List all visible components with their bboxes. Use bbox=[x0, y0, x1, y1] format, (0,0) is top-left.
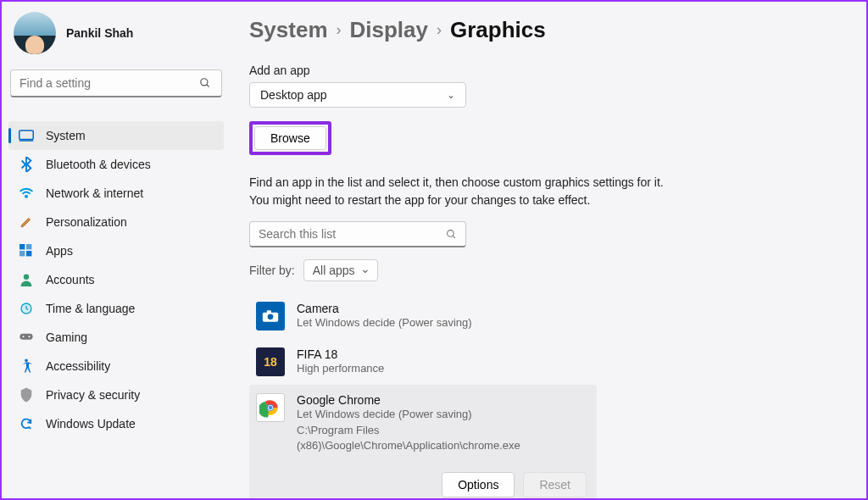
breadcrumb: System › Display › Graphics bbox=[249, 17, 832, 43]
nav-accessibility[interactable]: Accessibility bbox=[8, 352, 224, 381]
clock-icon bbox=[19, 301, 34, 316]
nav-label: Windows Update bbox=[46, 417, 136, 431]
svg-rect-2 bbox=[19, 131, 34, 140]
apps-icon bbox=[19, 243, 34, 258]
app-type-dropdown[interactable]: Desktop app ⌄ bbox=[249, 82, 466, 108]
search-icon bbox=[446, 229, 457, 240]
nav-label: Bluetooth & devices bbox=[46, 158, 151, 171]
app-path: C:\Program Files (x86)\Google\Chrome\App… bbox=[297, 423, 590, 453]
svg-rect-18 bbox=[267, 310, 271, 313]
svg-point-4 bbox=[25, 196, 27, 197]
nav-network[interactable]: Network & internet bbox=[8, 179, 224, 208]
breadcrumb-current: Graphics bbox=[450, 17, 546, 43]
filter-dropdown[interactable]: All apps bbox=[303, 259, 378, 281]
app-preference: High performance bbox=[297, 361, 590, 376]
nav-personalization[interactable]: Personalization bbox=[8, 208, 224, 236]
list-search-input[interactable] bbox=[259, 227, 446, 241]
nav-windows-update[interactable]: Windows Update bbox=[8, 409, 224, 438]
svg-point-19 bbox=[268, 314, 274, 320]
nav-list: System Bluetooth & devices Network & int… bbox=[8, 121, 224, 438]
search-icon bbox=[198, 75, 213, 91]
svg-point-14 bbox=[25, 358, 28, 362]
settings-search[interactable] bbox=[10, 69, 222, 97]
wifi-icon bbox=[19, 186, 34, 201]
nav-time-language[interactable]: Time & language bbox=[8, 294, 224, 323]
filter-label: Filter by: bbox=[249, 264, 295, 277]
app-name: FIFA 18 bbox=[297, 347, 590, 361]
accessibility-icon bbox=[19, 358, 34, 374]
gamepad-icon bbox=[19, 330, 34, 345]
fifa18-icon: 18 bbox=[256, 347, 285, 376]
svg-rect-7 bbox=[19, 251, 25, 256]
update-icon bbox=[19, 416, 34, 431]
chrome-icon bbox=[256, 393, 285, 422]
svg-point-12 bbox=[23, 336, 25, 337]
svg-rect-6 bbox=[26, 244, 31, 249]
svg-rect-11 bbox=[19, 334, 32, 340]
nav-privacy[interactable]: Privacy & security bbox=[8, 381, 224, 409]
app-name: Camera bbox=[297, 302, 590, 315]
search-input[interactable] bbox=[19, 76, 198, 90]
breadcrumb-root[interactable]: System bbox=[249, 17, 328, 43]
user-profile[interactable]: Pankil Shah bbox=[8, 8, 224, 69]
app-list-search[interactable] bbox=[249, 221, 466, 247]
camera-icon bbox=[256, 302, 285, 331]
shield-icon bbox=[19, 387, 34, 403]
svg-point-23 bbox=[269, 406, 272, 409]
chevron-right-icon: › bbox=[437, 21, 442, 39]
app-name: Google Chrome bbox=[297, 393, 590, 407]
svg-point-13 bbox=[28, 336, 30, 337]
nav-label: Accessibility bbox=[46, 359, 110, 373]
chevron-down-icon: ⌄ bbox=[447, 89, 455, 101]
svg-point-0 bbox=[201, 79, 208, 86]
options-button[interactable]: Options bbox=[442, 472, 515, 497]
svg-point-9 bbox=[24, 275, 29, 280]
svg-line-16 bbox=[453, 236, 455, 238]
nav-label: Network & internet bbox=[46, 186, 143, 200]
add-app-label: Add an app bbox=[249, 64, 832, 77]
nav-accounts[interactable]: Accounts bbox=[8, 265, 224, 294]
nav-label: Accounts bbox=[46, 273, 95, 286]
app-preference: Let Windows decide (Power saving) bbox=[297, 407, 590, 422]
chevron-right-icon: › bbox=[337, 21, 342, 39]
nav-bluetooth[interactable]: Bluetooth & devices bbox=[8, 150, 224, 179]
browse-highlight: Browse bbox=[249, 121, 331, 155]
svg-line-1 bbox=[207, 85, 209, 87]
nav-label: Personalization bbox=[46, 215, 127, 229]
nav-label: Time & language bbox=[46, 302, 135, 315]
system-icon bbox=[19, 128, 34, 143]
svg-point-15 bbox=[448, 230, 454, 236]
app-preference: Let Windows decide (Power saving) bbox=[297, 315, 590, 331]
reset-button[interactable]: Reset bbox=[523, 472, 587, 497]
paintbrush-icon bbox=[19, 214, 34, 230]
browse-button[interactable]: Browse bbox=[254, 126, 326, 150]
nav-label: Privacy & security bbox=[46, 388, 140, 402]
nav-label: System bbox=[46, 129, 86, 142]
app-item-camera[interactable]: Camera Let Windows decide (Power saving) bbox=[249, 293, 597, 339]
nav-system[interactable]: System bbox=[8, 121, 224, 150]
help-text: Find an app in the list and select it, t… bbox=[249, 174, 673, 209]
nav-gaming[interactable]: Gaming bbox=[8, 323, 224, 352]
app-item-chrome[interactable]: Google Chrome Let Windows decide (Power … bbox=[249, 385, 597, 498]
nav-label: Apps bbox=[46, 244, 73, 258]
avatar bbox=[14, 12, 56, 54]
filter-value: All apps bbox=[313, 264, 355, 277]
breadcrumb-mid[interactable]: Display bbox=[350, 17, 429, 43]
svg-rect-8 bbox=[26, 251, 31, 256]
app-item-fifa18[interactable]: 18 FIFA 18 High performance bbox=[249, 339, 597, 385]
dropdown-value: Desktop app bbox=[260, 88, 327, 102]
app-list: Camera Let Windows decide (Power saving)… bbox=[249, 293, 597, 498]
user-name: Pankil Shah bbox=[66, 26, 133, 40]
person-icon bbox=[19, 272, 34, 287]
nav-label: Gaming bbox=[46, 331, 87, 344]
bluetooth-icon bbox=[19, 157, 34, 172]
svg-rect-5 bbox=[19, 244, 25, 249]
nav-apps[interactable]: Apps bbox=[8, 236, 224, 265]
